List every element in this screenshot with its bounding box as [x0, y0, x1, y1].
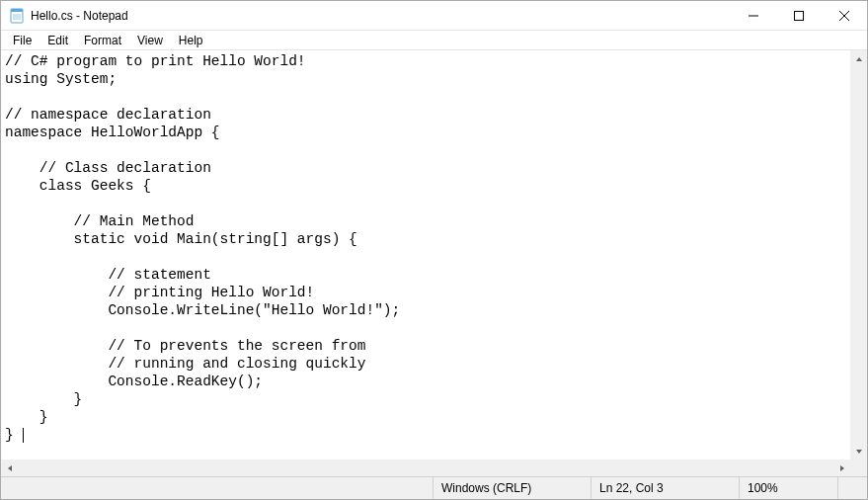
- vertical-scroll-track[interactable]: [850, 67, 867, 443]
- scroll-corner: [850, 459, 867, 476]
- vertical-scrollbar[interactable]: [850, 50, 867, 459]
- scroll-down-icon[interactable]: [850, 443, 867, 459]
- status-zoom: 100%: [739, 477, 837, 499]
- menu-help[interactable]: Help: [171, 32, 211, 49]
- horizontal-scrollbar[interactable]: [1, 459, 850, 476]
- maximize-button[interactable]: [776, 1, 822, 31]
- horizontal-scroll-track[interactable]: [18, 459, 833, 476]
- close-button[interactable]: [822, 1, 867, 31]
- window-title: Hello.cs - Notepad: [31, 9, 128, 23]
- menubar: File Edit Format View Help: [1, 31, 867, 50]
- menu-view[interactable]: View: [129, 32, 171, 49]
- svg-rect-6: [795, 11, 804, 20]
- status-encoding: Windows (CRLF): [433, 477, 591, 499]
- status-blank: [837, 477, 867, 499]
- scroll-left-icon[interactable]: [1, 459, 18, 476]
- statusbar: Windows (CRLF) Ln 22, Col 3 100%: [1, 476, 867, 499]
- status-position: Ln 22, Col 3: [591, 477, 739, 499]
- svg-rect-1: [11, 9, 23, 12]
- menu-edit[interactable]: Edit: [39, 32, 76, 49]
- editor-content: // C# program to print Hello World! usin…: [5, 53, 400, 443]
- scroll-up-icon[interactable]: [850, 50, 867, 67]
- notepad-icon: [9, 8, 25, 24]
- menu-file[interactable]: File: [5, 32, 39, 49]
- scroll-right-icon[interactable]: [833, 459, 850, 476]
- titlebar: Hello.cs - Notepad: [1, 1, 867, 31]
- editor-area: // C# program to print Hello World! usin…: [1, 50, 867, 476]
- menu-format[interactable]: Format: [76, 32, 129, 49]
- text-caret: [23, 428, 24, 443]
- text-editor[interactable]: // C# program to print Hello World! usin…: [1, 50, 850, 459]
- minimize-button[interactable]: [731, 1, 776, 31]
